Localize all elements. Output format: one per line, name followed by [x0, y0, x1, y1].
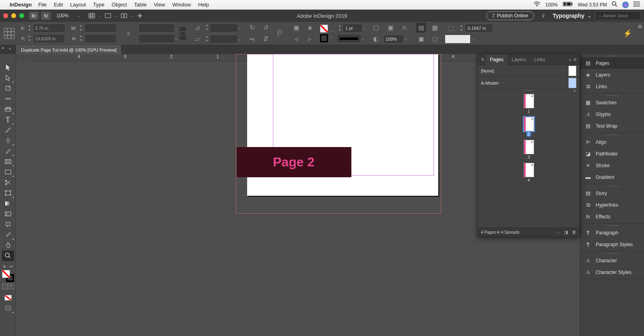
tab-links[interactable]: Links — [530, 54, 549, 65]
publish-online-button[interactable]: ⤴ Publish Online — [486, 11, 534, 20]
page-thumb-3[interactable]: A3 — [524, 140, 534, 160]
rectangle-frame-tool[interactable] — [2, 156, 14, 167]
text-frame[interactable]: Page 2 — [237, 147, 351, 177]
text-wrap-bounding-icon[interactable]: ▦ — [430, 23, 440, 33]
tab-pages[interactable]: Pages — [486, 54, 508, 65]
dock-swatches[interactable]: ▦Swatches — [580, 97, 644, 108]
menu-file[interactable]: File — [38, 2, 47, 8]
reference-point-grid[interactable] — [3, 27, 15, 39]
stroke-dropdown-icon[interactable]: ⌄ — [330, 34, 333, 38]
free-transform-tool[interactable] — [2, 188, 14, 198]
menu-type[interactable]: Type — [93, 2, 104, 8]
scale-x-select[interactable] — [138, 24, 175, 33]
tab-layers[interactable]: Layers — [508, 54, 530, 65]
text-wrap-none-icon[interactable]: ▤ — [416, 23, 426, 33]
dock-story[interactable]: ▤Story — [580, 187, 644, 199]
menu-window[interactable]: Window — [172, 2, 191, 8]
dock-glyphs[interactable]: AGlyphs — [580, 108, 644, 120]
spotlight-icon[interactable] — [612, 1, 617, 8]
screen-mode-icon[interactable] — [103, 12, 112, 20]
bridge-button[interactable]: Br — [29, 12, 39, 20]
panel-menu-icon[interactable]: ≡ — [574, 57, 576, 62]
fill-color-swatch[interactable] — [2, 270, 10, 278]
workspace-select[interactable]: Typography ⌄ — [553, 12, 591, 19]
select-next-icon[interactable]: ▹ — [305, 34, 315, 44]
edit-page-size-icon[interactable]: ▫. — [557, 230, 560, 235]
stock-button[interactable]: St — [41, 12, 51, 20]
auto-fit-icon[interactable]: ▢ — [371, 23, 381, 33]
fill-dropdown-icon[interactable]: ⌄ — [330, 29, 333, 33]
page-thumb-2[interactable]: A2 — [524, 117, 534, 137]
type-tool[interactable]: T — [2, 114, 14, 125]
control-menu-icon[interactable]: ✲ — [638, 23, 642, 30]
dock-textwrap[interactable]: ▤Text Wrap — [580, 120, 644, 132]
corner-options-icon[interactable]: ⬚ — [446, 23, 456, 33]
dock-effects[interactable]: fxEffects — [580, 211, 644, 222]
ruler-origin[interactable] — [16, 54, 32, 61]
menu-help[interactable]: Help — [198, 2, 209, 8]
drop-shadow-icon[interactable]: ◼ — [416, 34, 426, 44]
dock-character-styles[interactable]: ACharacter Styles — [580, 266, 644, 278]
feather-icon[interactable]: ◻ — [430, 34, 440, 44]
corner-size-input[interactable]: 0.1667 in — [465, 24, 493, 33]
frame-fit-icon[interactable]: ▣ — [386, 23, 395, 33]
wifi-icon[interactable] — [533, 2, 541, 8]
select-container-icon[interactable]: ▣ — [291, 23, 301, 33]
h-input[interactable] — [85, 34, 117, 43]
menu-view[interactable]: View — [154, 2, 165, 8]
gradient-swatch-tool[interactable] — [2, 198, 14, 209]
master-none[interactable]: [None] — [478, 65, 580, 77]
hand-tool[interactable] — [2, 240, 14, 251]
eyedropper-tool[interactable] — [2, 230, 14, 240]
formatting-text-icon[interactable]: T — [8, 284, 14, 289]
document-tab[interactable]: Duplicate Page Tut.indd @ 100% [GPU Prev… — [16, 45, 121, 54]
view-options-icon[interactable] — [87, 12, 96, 20]
corner-shape-select[interactable] — [445, 35, 471, 44]
selection-tool[interactable] — [2, 62, 14, 73]
close-window-button[interactable] — [3, 13, 8, 18]
menu-layout[interactable]: Layout — [70, 2, 86, 8]
view-mode-icon[interactable] — [2, 303, 14, 313]
w-input[interactable] — [85, 24, 117, 33]
y-input[interactable]: 13.6326 in — [33, 34, 65, 43]
fx-icon[interactable]: fx. — [400, 23, 410, 33]
direct-selection-tool[interactable] — [2, 73, 14, 83]
scissors-tool[interactable] — [2, 177, 14, 188]
rotate-ccw-icon[interactable]: ↺ — [261, 23, 270, 33]
select-content-icon[interactable]: ◈ — [305, 23, 315, 33]
master-a[interactable]: A-Master — [478, 77, 580, 89]
collapse-icon[interactable]: » — [569, 57, 571, 62]
pen-tool[interactable] — [2, 135, 14, 146]
page-thumb-4[interactable]: A4 — [524, 163, 534, 183]
panel-collapse-icon[interactable]: ⇅ — [481, 57, 484, 62]
delete-page-icon[interactable]: 🗑 — [572, 230, 576, 235]
maximize-window-button[interactable] — [19, 13, 24, 18]
rotate-cw-icon[interactable]: ↻ — [247, 23, 257, 33]
scale-y-select[interactable] — [138, 34, 175, 43]
page-thumb-1[interactable]: A1 — [524, 94, 534, 114]
fill-stroke-toggle[interactable] — [2, 270, 14, 282]
app-name[interactable]: InDesign — [10, 2, 32, 8]
dock-links[interactable]: ⧉Links — [580, 81, 644, 92]
rectangle-tool[interactable] — [2, 167, 14, 177]
dock-pathfinder[interactable]: ◪Pathfinder — [580, 148, 644, 160]
quick-apply-icon[interactable]: ⚡ — [623, 29, 632, 38]
stroke-style-select[interactable] — [337, 34, 361, 43]
constrain-proportions-icon[interactable]: ⟡ — [124, 29, 133, 38]
dock-hyperlinks[interactable]: ⧉Hyperlinks — [580, 199, 644, 211]
minimize-window-button[interactable] — [11, 13, 16, 18]
dock-gradient[interactable]: ▬Gradient — [580, 171, 644, 183]
dock-paragraph[interactable]: ¶Paragraph — [580, 227, 644, 239]
content-collector-tool[interactable] — [2, 104, 14, 114]
close-tab-icon[interactable]: × — [2, 46, 4, 50]
dock-paragraph-styles[interactable]: ¶Paragraph Styles — [580, 239, 644, 250]
formatting-container-icon[interactable] — [2, 284, 8, 289]
arrange-docs-icon[interactable] — [120, 12, 128, 20]
dock-stroke[interactable]: ≡Stroke — [580, 160, 644, 171]
x-input[interactable]: 3.75 in — [33, 24, 65, 33]
gpu-preview-icon[interactable]: ✈ — [136, 12, 144, 20]
link-icon[interactable]: ⬚ — [180, 27, 186, 40]
adobe-stock-search[interactable]: ⌕ Adobe Stock — [596, 11, 641, 20]
help-tips-icon[interactable]: ♀ — [539, 12, 548, 20]
dock-align[interactable]: ⊫Align — [580, 136, 644, 148]
